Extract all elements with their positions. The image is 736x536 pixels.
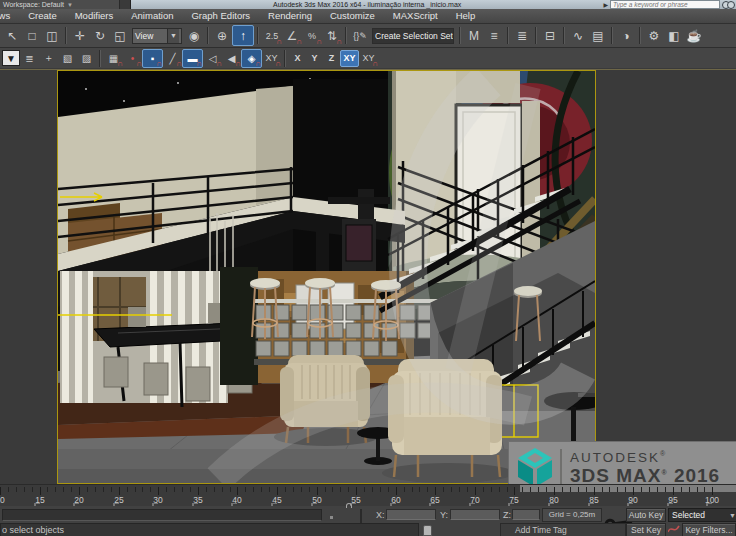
- search-input[interactable]: [610, 0, 720, 9]
- axis-y-button[interactable]: Y: [306, 51, 323, 66]
- snaps-toolbar: ▼ ≣ ＋ ▧ ▨ ▦∩ •∩ ▪∩ ╱∩ ▬∩ ◁∩ ◀∩ ◈∩ XY∩ X …: [0, 48, 736, 69]
- axis-plane-snap-icon[interactable]: XY∩: [359, 50, 378, 67]
- select-rotate-icon[interactable]: ↻: [90, 26, 110, 45]
- menu-graph-editors[interactable]: Graph Editors: [182, 9, 259, 23]
- axis-z-button[interactable]: Z: [323, 51, 340, 66]
- select-place-rotate-icon[interactable]: ▨: [77, 50, 96, 67]
- y-coord-field[interactable]: [450, 509, 500, 520]
- timeline-tick: [79, 487, 80, 495]
- select-place-icon[interactable]: ▧: [58, 50, 77, 67]
- layer-manager-icon[interactable]: ≣: [512, 26, 532, 45]
- x-coord-field[interactable]: [386, 509, 436, 520]
- named-selection-set-dropdown[interactable]: Create Selection Set▼: [372, 28, 454, 44]
- add-icon[interactable]: ＋: [39, 50, 58, 67]
- statusbar: X: Y: Z: Grid = 0,25m Auto Key Selected▼…: [0, 506, 736, 536]
- time-slider-track[interactable]: 101520253035404550556065707580859095100: [0, 484, 736, 507]
- material-editor-icon[interactable]: ◑: [616, 26, 636, 45]
- render-production-icon[interactable]: ☕: [684, 26, 704, 45]
- timeline-tick: [554, 487, 555, 495]
- snaps-toggle-icon[interactable]: 2.5∩: [262, 26, 282, 45]
- menu-rendering[interactable]: Rendering: [259, 9, 321, 23]
- snap-edge-icon[interactable]: ◀∩: [222, 50, 241, 67]
- menu-views[interactable]: Views: [0, 9, 19, 23]
- workspace-selector[interactable]: Workspace: Default▼: [0, 0, 120, 9]
- chevron-down-icon: ▼: [67, 2, 73, 8]
- align-icon[interactable]: ≡: [484, 26, 504, 45]
- timeline-tick: [230, 487, 231, 492]
- angle-snap-icon[interactable]: ∠∩: [282, 26, 302, 45]
- key-filters-button[interactable]: Key Filters...: [682, 523, 736, 536]
- timeline-tick: [285, 487, 286, 492]
- render-setup-icon[interactable]: ⚙: [644, 26, 664, 45]
- snap-pivot-icon[interactable]: •∩: [123, 50, 142, 67]
- timeline-tick: [182, 487, 183, 492]
- menu-customize[interactable]: Customize: [321, 9, 384, 23]
- edit-named-selection-sets-icon[interactable]: {}✎: [350, 26, 370, 45]
- menu-animation[interactable]: Animation: [122, 9, 182, 23]
- use-pivot-center-icon[interactable]: ◉: [184, 26, 204, 45]
- scene-render: [58, 71, 595, 483]
- timeline-tick: [681, 487, 682, 492]
- curve-editor-icon[interactable]: ∿: [568, 26, 588, 45]
- reference-coord-system-dropdown[interactable]: View▼: [132, 28, 182, 44]
- selection-region-icon[interactable]: □: [22, 26, 42, 45]
- mirror-icon[interactable]: M: [464, 26, 484, 45]
- layers-icon[interactable]: ≣: [20, 50, 39, 67]
- timeline-tick: [190, 487, 191, 492]
- timeline-tick: [95, 487, 96, 492]
- dropdown-flyout-icon[interactable]: ▼: [2, 50, 20, 66]
- set-key-button[interactable]: Set Key: [626, 523, 666, 536]
- rendered-frame-window-icon[interactable]: ◧: [664, 26, 684, 45]
- window-crossing-icon[interactable]: ◫: [42, 26, 62, 45]
- spinner-snap-icon[interactable]: ⇅∩: [322, 26, 342, 45]
- timeline-tick: [135, 487, 136, 492]
- dope-sheet-icon[interactable]: ▤: [588, 26, 608, 45]
- time-tag-icon[interactable]: [423, 525, 432, 536]
- timeline-tick: [222, 487, 223, 492]
- snap-face-icon[interactable]: ◁∩: [203, 50, 222, 67]
- timeline-tick: [261, 487, 262, 492]
- scene-explorer-icon[interactable]: ⊟: [540, 26, 560, 45]
- snap-endpoint-icon[interactable]: ╱∩: [163, 50, 182, 67]
- snap-grid-points-icon[interactable]: ▦∩: [104, 50, 123, 67]
- z-coord-field[interactable]: [512, 509, 540, 520]
- perspective-viewport[interactable]: [57, 70, 596, 484]
- timeline-tick: [55, 487, 56, 492]
- menu-modifiers[interactable]: Modifiers: [66, 9, 123, 23]
- percent-snap-icon[interactable]: %∩: [302, 26, 322, 45]
- timeline-tick: [277, 487, 278, 495]
- add-time-tag-button[interactable]: Add Time Tag: [500, 523, 626, 536]
- timeline-tick: [586, 487, 587, 492]
- select-manipulate-icon[interactable]: ⊕: [212, 26, 232, 45]
- timeline-tick: [649, 487, 650, 492]
- search-arrow-icon[interactable]: ▶: [603, 1, 608, 8]
- timeline-tick: [245, 487, 246, 492]
- key-selection-dropdown[interactable]: Selected▼: [668, 508, 736, 522]
- select-scale-icon[interactable]: ◱: [110, 26, 130, 45]
- timeline-tick: [499, 487, 500, 492]
- auto-key-button[interactable]: Auto Key: [626, 508, 666, 522]
- select-move-icon[interactable]: ✛: [70, 26, 90, 45]
- keyboard-override-toggle-icon[interactable]: ↑: [232, 25, 254, 46]
- timeline-tick: [704, 487, 705, 492]
- quick-access-button[interactable]: [120, 0, 131, 9]
- viewport-area: AUTODESK® 3DS MAX® 2016: [0, 68, 736, 484]
- menu-help[interactable]: Help: [447, 9, 485, 23]
- snap-perpendicular-icon[interactable]: ◈∩: [241, 49, 262, 68]
- snap-xy-icon[interactable]: XY∩: [262, 50, 281, 67]
- menu-create[interactable]: Create: [19, 9, 66, 23]
- axis-xy-button[interactable]: XY: [340, 50, 359, 67]
- axis-x-button[interactable]: X: [289, 51, 306, 66]
- binoculars-icon[interactable]: [722, 1, 734, 8]
- snap-vertex-icon[interactable]: ▪∩: [142, 49, 163, 68]
- track-bar[interactable]: [2, 509, 322, 521]
- timeline-tick: [546, 487, 547, 492]
- workspace-label: Workspace: Default: [3, 1, 64, 8]
- x-coord-label: X:: [376, 510, 385, 520]
- menu-maxscript[interactable]: MAXScript: [384, 9, 447, 23]
- snap-midpoint-icon[interactable]: ▬∩: [182, 49, 203, 68]
- badge-product: 3DS MAX® 2016: [570, 466, 720, 485]
- timeline-tick: [356, 487, 357, 495]
- timeline-tick: [16, 487, 17, 492]
- select-object-icon[interactable]: ↖: [2, 26, 22, 45]
